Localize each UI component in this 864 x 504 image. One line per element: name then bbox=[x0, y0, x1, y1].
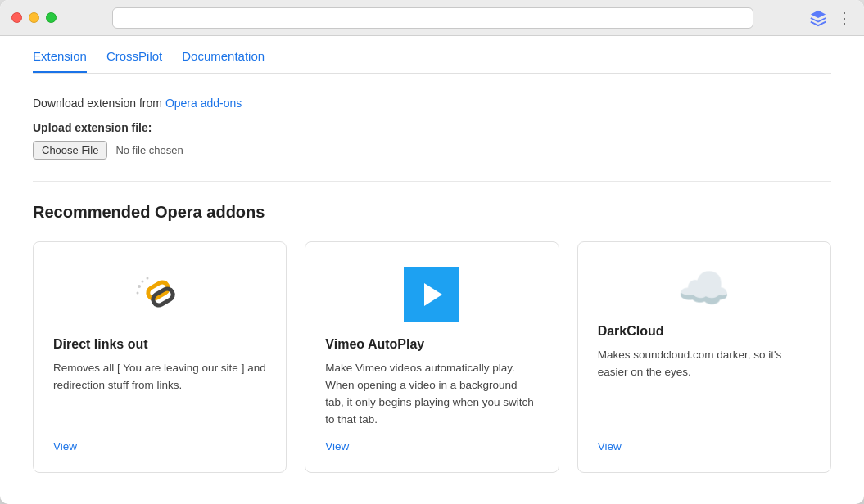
extension-icon[interactable] bbox=[809, 9, 827, 27]
play-triangle-icon bbox=[424, 283, 442, 306]
file-input-row: Choose File No file chosen bbox=[33, 141, 831, 160]
card-icon-area-chain bbox=[53, 267, 266, 322]
menu-dots-icon[interactable]: ⋮ bbox=[837, 9, 853, 27]
card-view-link-direct-links[interactable]: View bbox=[53, 440, 77, 452]
card-desc-direct-links: Removes all [ You are leaving our site ]… bbox=[53, 360, 266, 429]
upload-section: Download extension from Opera add-ons Up… bbox=[33, 97, 831, 160]
close-button[interactable] bbox=[11, 12, 22, 23]
card-desc-vimeo: Make Vimeo videos automatically play. Wh… bbox=[325, 360, 538, 429]
svg-point-1 bbox=[142, 281, 144, 283]
card-title-vimeo: Vimeo AutoPlay bbox=[325, 337, 424, 352]
maximize-button[interactable] bbox=[46, 12, 57, 23]
title-bar: ⋮ bbox=[0, 0, 864, 36]
no-file-chosen-text: No file chosen bbox=[115, 144, 183, 156]
card-direct-links: Direct links out Removes all [ You are l… bbox=[33, 241, 287, 473]
card-view-link-vimeo[interactable]: View bbox=[325, 440, 349, 452]
tab-crosspilot[interactable]: CrossPilot bbox=[106, 49, 162, 73]
recommended-section: Recommended Opera addons bbox=[33, 203, 831, 473]
cards-row: Direct links out Removes all [ You are l… bbox=[33, 241, 831, 473]
section-divider bbox=[33, 181, 831, 182]
address-bar[interactable] bbox=[112, 7, 753, 29]
cloud-icon: ☁️ bbox=[677, 267, 731, 309]
opera-addons-link[interactable]: Opera add-ons bbox=[165, 97, 242, 110]
tab-extension[interactable]: Extension bbox=[33, 49, 87, 73]
card-icon-area-cloud: ☁️ bbox=[598, 267, 811, 309]
svg-point-3 bbox=[137, 292, 139, 295]
card-darkcloud: ☁️ DarkCloud Makes soundcloud.com darker… bbox=[577, 241, 831, 473]
card-view-link-darkcloud[interactable]: View bbox=[598, 440, 622, 452]
upload-label: Upload extension file: bbox=[33, 121, 831, 134]
browser-content: Extension CrossPilot Documentation Downl… bbox=[0, 36, 864, 504]
choose-file-button[interactable]: Choose File bbox=[33, 141, 107, 160]
minimize-button[interactable] bbox=[29, 12, 39, 23]
tabs-bar: Extension CrossPilot Documentation bbox=[33, 36, 831, 74]
svg-point-2 bbox=[147, 277, 149, 280]
svg-point-0 bbox=[138, 285, 141, 288]
card-desc-darkcloud: Makes soundcloud.com darker, so it's eas… bbox=[598, 347, 811, 429]
svg-rect-5 bbox=[151, 286, 175, 307]
tab-documentation[interactable]: Documentation bbox=[182, 49, 265, 73]
browser-window: ⋮ Extension CrossPilot Documentation Dow… bbox=[0, 0, 864, 504]
card-icon-area-play bbox=[325, 267, 538, 322]
card-title-direct-links: Direct links out bbox=[53, 337, 148, 352]
card-title-darkcloud: DarkCloud bbox=[598, 324, 664, 339]
card-vimeo: Vimeo AutoPlay Make Vimeo videos automat… bbox=[305, 241, 559, 473]
play-icon bbox=[404, 267, 459, 322]
chain-icon bbox=[131, 267, 188, 322]
download-line: Download extension from Opera add-ons bbox=[33, 97, 831, 110]
recommended-title: Recommended Opera addons bbox=[33, 203, 831, 222]
download-prefix-text: Download extension from bbox=[33, 97, 165, 110]
toolbar-icons: ⋮ bbox=[809, 9, 853, 27]
